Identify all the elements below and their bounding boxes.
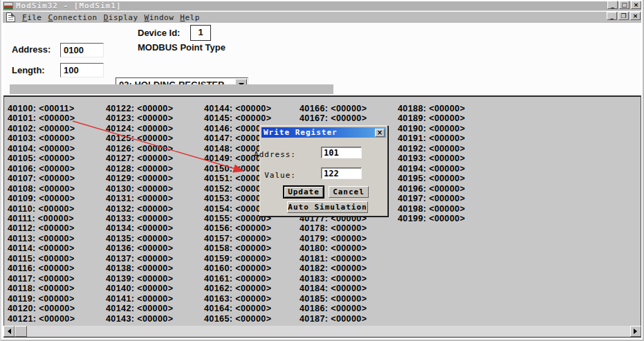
- register-entry: 40141: <00000>: [106, 294, 173, 304]
- register-entry: 40158: <00000>: [204, 243, 271, 253]
- dialog-title-bar[interactable]: Write Register ×: [261, 127, 386, 138]
- auto-simulation-button[interactable]: Auto Simulation: [287, 201, 368, 213]
- register-entry: 40163: <00000>: [204, 294, 271, 304]
- update-button[interactable]: Update: [284, 186, 324, 198]
- minimize-button[interactable]: _: [607, 1, 618, 9]
- register-entry: 40144: <00000>: [204, 104, 271, 113]
- register-entry: 40114: <00000>: [8, 243, 75, 253]
- register-entry: 40164: <00000>: [204, 304, 271, 313]
- register-column: 40188: <00000>40189: <00000>40190: <0000…: [398, 104, 465, 223]
- register-entry: 40159: <00000>: [204, 254, 271, 264]
- cancel-button[interactable]: Cancel: [329, 186, 369, 198]
- length-label: Length:: [12, 65, 45, 75]
- register-entry: 40112: <00000>: [8, 223, 75, 233]
- window-title: ModSim32 - [ModSim1]: [16, 1, 121, 10]
- register-entry: 40192: <00000>: [398, 144, 465, 154]
- scrollbar-track[interactable]: [27, 326, 630, 337]
- point-type-label: MODBUS Point Type: [138, 42, 226, 53]
- register-entry: 40161: <00000>: [204, 274, 271, 284]
- register-entry: 40103: <00000>: [8, 133, 75, 143]
- register-entry: 40188: <00000>: [398, 104, 465, 113]
- address-label: Address:: [12, 44, 50, 55]
- document-icon[interactable]: [6, 12, 15, 22]
- child-minimize-button[interactable]: _: [607, 12, 617, 20]
- register-entry: 40194: <00000>: [398, 164, 465, 174]
- register-entry: 40110: <00000>: [8, 204, 75, 214]
- device-id-label: Device Id:: [138, 28, 180, 38]
- register-entry: 40138: <00000>: [106, 264, 173, 273]
- register-entry: 40132: <00000>: [106, 204, 173, 214]
- register-entry: 40190: <00000>: [398, 124, 465, 133]
- register-entry: 40185: <00000>: [300, 294, 367, 304]
- address-field[interactable]: 0100: [60, 43, 104, 57]
- register-entry: 40119: <00000>: [8, 294, 75, 304]
- register-entry: 40198: <00000>: [398, 204, 465, 214]
- register-entry: 40131: <00000>: [106, 194, 173, 203]
- device-id-field[interactable]: 1: [190, 25, 211, 41]
- register-entry: 40183: <00000>: [300, 274, 367, 284]
- register-column: 40122: <00000>40123: <00000>40124: <0000…: [106, 104, 173, 324]
- register-entry: 40180: <00000>: [300, 243, 367, 253]
- register-entry: 40122: <00000>: [106, 104, 173, 113]
- menu-connection[interactable]: Connection: [48, 13, 98, 22]
- register-entry: 40196: <00000>: [398, 184, 465, 194]
- register-entry: 40178: <00000>: [300, 223, 367, 233]
- dialog-value-label: Value:: [241, 171, 296, 180]
- form-area: Device Id: 1 Address: 0100 MODBUS Point …: [4, 23, 640, 95]
- register-entry: 40195: <00000>: [398, 174, 465, 183]
- register-entry: 40102: <00000>: [8, 124, 75, 133]
- dialog-value-field[interactable]: 122: [321, 167, 362, 179]
- register-entry: 40125: <00000>: [106, 133, 173, 143]
- register-entry: 40129: <00000>: [106, 174, 173, 183]
- register-entry: 40184: <00000>: [300, 284, 367, 293]
- register-entry: 40186: <00000>: [300, 304, 367, 313]
- register-entry: 40106: <00000>: [8, 164, 75, 174]
- register-entry: 40199: <00000>: [398, 214, 465, 223]
- app-icon: [3, 2, 13, 10]
- horizontal-scrollbar[interactable]: [3, 326, 641, 338]
- register-entry: 40142: <00000>: [106, 304, 173, 313]
- maximize-button[interactable]: □: [619, 1, 629, 9]
- register-entry: 40123: <00000>: [106, 113, 173, 123]
- scroll-right-button[interactable]: [630, 326, 641, 337]
- menu-file[interactable]: File: [22, 13, 42, 22]
- menu-display[interactable]: Display: [104, 13, 138, 22]
- register-entry: 40130: <00000>: [106, 184, 173, 194]
- register-entry: 40118: <00000>: [8, 284, 75, 293]
- dialog-close-icon[interactable]: ×: [375, 129, 385, 137]
- register-entry: 40162: <00000>: [204, 284, 271, 293]
- register-entry: 40101: <00000>: [8, 113, 75, 123]
- register-entry: 40167: <00000>: [300, 113, 367, 123]
- register-entry: 40116: <00000>: [8, 264, 75, 273]
- scrollbar-thumb[interactable]: [15, 326, 27, 337]
- modsim32-window: ModSim32 - [ModSim1] _ □ × File Connecti…: [0, 0, 644, 341]
- child-restore-button[interactable]: ❐: [618, 12, 629, 20]
- register-entry: 40157: <00000>: [204, 234, 271, 243]
- register-entry: 40160: <00000>: [204, 264, 271, 273]
- register-entry: 40108: <00000>: [8, 184, 75, 194]
- register-entry: 40137: <00000>: [106, 254, 173, 264]
- register-entry: 40182: <00000>: [300, 264, 367, 273]
- register-entry: 40117: <00000>: [8, 274, 75, 284]
- scroll-left-button[interactable]: [3, 326, 15, 337]
- register-entry: 40189: <00000>: [398, 113, 465, 123]
- register-entry: 40107: <00000>: [8, 174, 75, 183]
- length-field[interactable]: 100: [60, 63, 104, 77]
- register-entry: 40193: <00000>: [398, 154, 465, 163]
- close-button[interactable]: ×: [631, 1, 641, 9]
- register-entry: 40109: <00000>: [8, 194, 75, 203]
- register-entry: 40111: <00000>: [8, 214, 75, 223]
- register-column: 40100: <00011>40101: <00000>40102: <0000…: [8, 104, 75, 324]
- menu-window[interactable]: Window: [145, 13, 174, 22]
- title-bar: ModSim32 - [ModSim1]: [3, 1, 641, 11]
- register-entry: 40134: <00000>: [106, 223, 173, 233]
- register-entry: 40140: <00000>: [106, 284, 173, 293]
- dialog-address-field[interactable]: 101: [321, 147, 362, 158]
- menu-help[interactable]: Help: [180, 13, 200, 22]
- child-close-button[interactable]: ×: [630, 12, 641, 20]
- register-entry: 40124: <00000>: [106, 124, 173, 133]
- register-entry: 40145: <00000>: [204, 113, 271, 123]
- register-entry: 40191: <00000>: [398, 133, 465, 143]
- register-entry: 40187: <00000>: [300, 314, 367, 324]
- register-entry: 40121: <00000>: [8, 314, 75, 324]
